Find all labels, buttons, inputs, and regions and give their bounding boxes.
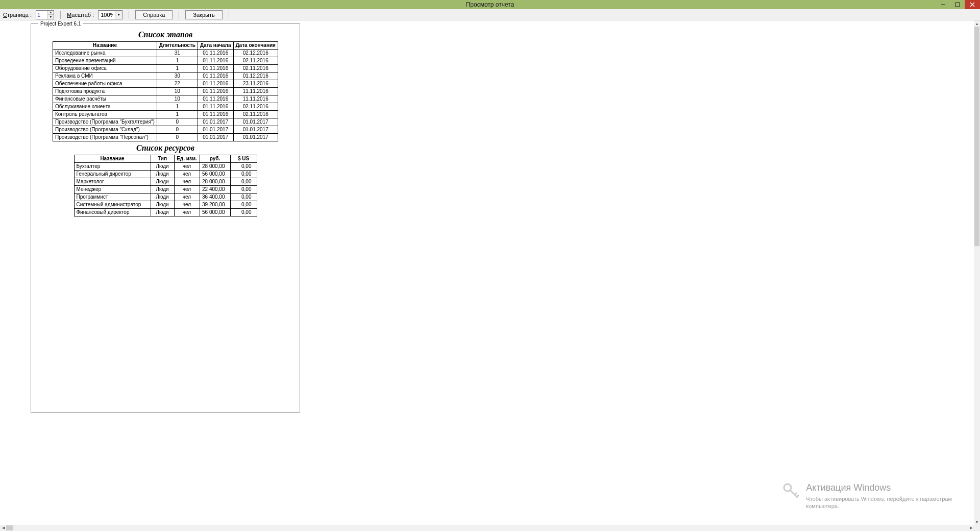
- resource-usd: 0,00: [230, 171, 257, 178]
- stage-start: 01.11.2016: [198, 95, 233, 103]
- resource-type: Люди: [151, 209, 174, 216]
- toolbar-separator: [179, 11, 179, 19]
- table-row: Реклама в СМИ3001.11.201601.12.2016: [53, 73, 278, 80]
- scroll-down-arrow[interactable]: ▼: [974, 519, 980, 525]
- stage-end: 02.11.2016: [233, 103, 278, 111]
- report-page-frame: Project Expert 6.1 Список этапов Названи…: [31, 23, 300, 413]
- vertical-scrollbar[interactable]: ▲ ▼: [974, 20, 980, 525]
- stage-duration: 0: [157, 126, 198, 134]
- svg-line-7: [797, 495, 799, 497]
- page-spinner[interactable]: ▲ ▼: [36, 10, 54, 19]
- close-button[interactable]: Закрыть: [185, 10, 222, 19]
- table-row: Обеспечение работы офиса2201.11.201623.1…: [53, 80, 278, 88]
- resource-unit: чел: [174, 209, 200, 216]
- stage-duration: 1: [157, 103, 198, 111]
- stage-end: 02.11.2016: [233, 65, 278, 73]
- resource-unit: чел: [174, 201, 200, 209]
- window-title: Просмотр отчета: [466, 1, 514, 8]
- stage-name: Исследование рынка: [53, 50, 157, 57]
- stage-end: 11.11.2016: [233, 88, 278, 95]
- stage-end: 23.11.2016: [233, 80, 278, 88]
- resource-rub: 56 000,00: [200, 209, 230, 216]
- vscroll-track[interactable]: [974, 27, 980, 519]
- resource-unit: чел: [174, 186, 200, 194]
- stage-end: 02.12.2016: [233, 50, 278, 57]
- scroll-right-arrow[interactable]: ▶: [968, 525, 974, 531]
- table-row: Производство (Программа "Бухгалтерия")00…: [53, 118, 278, 126]
- hscroll-track[interactable]: [6, 525, 968, 531]
- table-row: Подготовка продукта1001.11.201611.11.201…: [53, 88, 278, 95]
- stage-start: 01.11.2016: [198, 73, 233, 80]
- hscroll-thumb[interactable]: [6, 525, 13, 530]
- stage-start: 01.01.2017: [198, 118, 233, 126]
- stages-table-body: Исследование рынка3101.11.201602.12.2016…: [53, 50, 278, 141]
- zoom-dropdown-icon[interactable]: ▼: [115, 11, 122, 19]
- scroll-left-arrow[interactable]: ◀: [0, 525, 6, 531]
- stage-end: 01.01.2017: [233, 126, 278, 134]
- stage-name: Обеспечение работы офиса: [53, 80, 157, 88]
- table-row: Финансовые расчёты1001.11.201611.11.2016: [53, 95, 278, 103]
- resource-usd: 0,00: [230, 201, 257, 209]
- resource-usd: 0,00: [230, 163, 257, 171]
- scroll-up-arrow[interactable]: ▲: [974, 20, 980, 27]
- stage-start: 01.11.2016: [198, 88, 233, 95]
- page-spin-buttons: ▲ ▼: [47, 11, 54, 19]
- table-row: Финансовый директорЛюдичел56 000,000,00: [74, 209, 257, 216]
- toolbar-separator: [229, 11, 229, 19]
- zoom-input[interactable]: [99, 12, 115, 18]
- page-input[interactable]: [36, 11, 47, 19]
- svg-rect-1: [955, 3, 960, 7]
- stage-duration: 1: [157, 65, 198, 73]
- stage-end: 01.01.2017: [233, 134, 278, 141]
- resource-rub: 39 200,00: [200, 201, 230, 209]
- stages-title: Список этапов: [35, 30, 296, 39]
- vscroll-thumb[interactable]: [974, 27, 979, 246]
- close-window-button[interactable]: [965, 0, 980, 9]
- resource-name: Системный администратор: [74, 201, 151, 209]
- stage-duration: 0: [157, 118, 198, 126]
- help-button[interactable]: Справка: [135, 10, 173, 19]
- resource-name: Финансовый директор: [74, 209, 151, 216]
- stage-end: 02.11.2016: [233, 57, 278, 65]
- zoom-select[interactable]: ▼: [98, 10, 122, 19]
- resources-header-type: Тип: [151, 155, 174, 163]
- stage-duration: 10: [157, 95, 198, 103]
- resource-type: Люди: [151, 163, 174, 171]
- report-viewport: Project Expert 6.1 Список этапов Названи…: [0, 20, 980, 525]
- resource-unit: чел: [174, 194, 200, 201]
- windows-activation-watermark: Активация Windows Чтобы активировать Win…: [782, 482, 952, 510]
- minimize-button[interactable]: [936, 0, 950, 9]
- resources-table-head: Название Тип Ед. изм. руб. $ US: [74, 155, 257, 163]
- resource-unit: чел: [174, 163, 200, 171]
- page-spin-down[interactable]: ▼: [48, 14, 54, 19]
- resources-table-body: БухгалтерЛюдичел28 000,000,00Генеральный…: [74, 163, 257, 216]
- maximize-icon: [955, 2, 960, 7]
- toolbar-separator: [129, 11, 129, 19]
- table-row: Исследование рынка3101.11.201602.12.2016: [53, 50, 278, 57]
- toolbar-separator: [60, 11, 61, 19]
- stage-name: Финансовые расчёты: [53, 95, 157, 103]
- stage-end: 01.12.2016: [233, 73, 278, 80]
- table-row: БухгалтерЛюдичел28 000,000,00: [74, 163, 257, 171]
- key-icon: [782, 482, 800, 501]
- resource-usd: 0,00: [230, 178, 257, 186]
- toolbar: Страница : ▲ ▼ Масштаб : ▼ Справка Закры…: [0, 9, 980, 20]
- resource-type: Люди: [151, 201, 174, 209]
- page-spin-up[interactable]: ▲: [48, 11, 54, 15]
- stage-duration: 22: [157, 80, 198, 88]
- table-row: Обслуживание клиента101.11.201602.11.201…: [53, 103, 278, 111]
- resource-usd: 0,00: [230, 186, 257, 194]
- resource-name: Маркетолог: [74, 178, 151, 186]
- stages-table-head: Название Длительность Дата начала Дата о…: [53, 42, 278, 50]
- maximize-button[interactable]: [950, 0, 965, 9]
- resource-type: Люди: [151, 186, 174, 194]
- resource-name: Бухгалтер: [74, 163, 151, 171]
- resource-rub: 36 400,00: [200, 194, 230, 201]
- resource-unit: чел: [174, 178, 200, 186]
- table-row: Контроль результатов101.11.201602.11.201…: [53, 111, 278, 118]
- stage-start: 01.01.2017: [198, 134, 233, 141]
- horizontal-scrollbar[interactable]: ◀ ▶: [0, 525, 980, 531]
- stage-name: Проведение презентаций: [53, 57, 157, 65]
- stages-header-end: Дата окончания: [233, 42, 278, 50]
- stage-start: 01.11.2016: [198, 57, 233, 65]
